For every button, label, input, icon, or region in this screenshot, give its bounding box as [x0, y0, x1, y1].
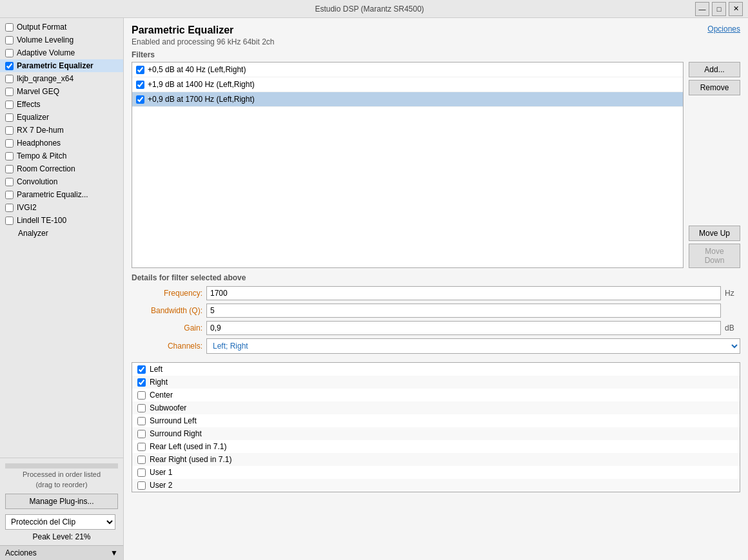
sidebar-item-checkbox-tempo-pitch[interactable]	[5, 152, 14, 160]
content-subtitle: Enabled and processing 96 kHz 64bit 2ch	[132, 37, 274, 46]
minimize-button[interactable]: —	[695, 2, 709, 16]
channel-item-surround-left[interactable]: Surround Left	[132, 414, 740, 427]
sidebar-hint: Processed in order listed (drag to reord…	[5, 470, 118, 490]
channels-select[interactable]: Left; Right	[206, 338, 740, 354]
sidebar-item-label-headphones: Headphones	[17, 139, 61, 148]
channel-label-left: Left	[150, 365, 162, 374]
sidebar-item-label-lkjb-qrange: lkjb_qrange_x64	[17, 74, 74, 83]
channel-checkbox-user1[interactable]	[137, 468, 146, 477]
channel-checkbox-rear-left[interactable]	[137, 443, 146, 451]
channel-label-surround-right: Surround Right	[150, 429, 202, 438]
sidebar-item-checkbox-lkjb-qrange[interactable]	[5, 75, 14, 83]
filter-label-f3: +0,9 dB at 1700 Hz (Left,Right)	[148, 95, 255, 104]
sidebar-item-label-convolution: Convolution	[17, 177, 57, 186]
gain-input[interactable]	[206, 321, 721, 335]
sidebar-item-label-lindell-te100: Lindell TE-100	[17, 216, 66, 225]
filters-buttons-wrap: Add... Remove Move Up Move Down	[689, 62, 740, 268]
details-section: Details for filter selected above Freque…	[124, 268, 748, 362]
sidebar-item-checkbox-convolution[interactable]	[5, 178, 14, 186]
filter-item-f3[interactable]: +0,9 dB at 1700 Hz (Left,Right)	[132, 92, 683, 107]
sidebar-item-lkjb-qrange[interactable]: lkjb_qrange_x64	[0, 72, 123, 85]
channel-checkbox-surround-left[interactable]	[137, 417, 146, 425]
sidebar-item-marvel-geq[interactable]: Marvel GEQ	[0, 85, 123, 98]
channels-dropdown: LeftRightCenterSubwooferSurround LeftSur…	[132, 362, 740, 492]
channel-item-rear-right[interactable]: Rear Right (used in 7.1)	[132, 453, 740, 466]
channel-checkbox-subwoofer[interactable]	[137, 404, 146, 412]
channel-item-user2[interactable]: User 2	[132, 479, 740, 492]
add-filter-button[interactable]: Add...	[689, 62, 740, 77]
sidebar-item-output-format[interactable]: Output Format	[0, 21, 123, 34]
frequency-row: Frequency: Hz	[132, 286, 740, 300]
sidebar-scrollbar[interactable]	[5, 463, 118, 468]
remove-filter-button[interactable]: Remove	[689, 80, 740, 95]
sidebar-item-headphones[interactable]: Headphones	[0, 137, 123, 150]
channel-item-rear-left[interactable]: Rear Left (used in 7.1)	[132, 440, 740, 453]
filter-checkbox-f1[interactable]	[136, 66, 144, 74]
sidebar-item-convolution[interactable]: Convolution	[0, 175, 123, 188]
sidebar-item-parametric-equalizer[interactable]: Parametric Equalizer	[0, 59, 123, 72]
channel-label-rear-left: Rear Left (used in 7.1)	[150, 442, 226, 451]
filter-item-f2[interactable]: +1,9 dB at 1400 Hz (Left,Right)	[132, 77, 683, 92]
channel-item-center[interactable]: Center	[132, 389, 740, 401]
manage-plugins-button[interactable]: Manage Plug-ins...	[5, 494, 118, 509]
sidebar-item-label-output-format: Output Format	[17, 23, 66, 32]
frequency-input[interactable]	[206, 286, 721, 300]
sidebar-item-ivgi2[interactable]: IVGI2	[0, 201, 123, 214]
channel-label-center: Center	[150, 391, 173, 400]
sidebar-item-label-parametric-equaliz2: Parametric Equaliz...	[17, 190, 88, 199]
sidebar-item-checkbox-parametric-equaliz2[interactable]	[5, 191, 14, 199]
sidebar-item-analyzer[interactable]: Analyzer	[0, 227, 123, 240]
sidebar-item-tempo-pitch[interactable]: Tempo & Pitch	[0, 150, 123, 162]
sidebar-item-checkbox-equalizer[interactable]	[5, 113, 14, 122]
acciones-bar[interactable]: Acciones ▼	[0, 545, 123, 560]
clip-protection-select[interactable]: Protección del ClipNoneSoftHard	[5, 514, 115, 530]
gain-label: Gain:	[132, 323, 202, 333]
channel-item-right[interactable]: Right	[132, 376, 740, 389]
clip-protection-row: Protección del ClipNoneSoftHard	[5, 514, 118, 530]
maximize-button[interactable]: □	[712, 2, 726, 16]
channel-item-surround-right[interactable]: Surround Right	[132, 427, 740, 440]
channel-checkbox-left[interactable]	[137, 365, 146, 374]
sidebar-item-checkbox-lindell-te100[interactable]	[5, 217, 14, 225]
sidebar-item-room-correction[interactable]: Room Correction	[0, 162, 123, 175]
filter-label-f1: +0,5 dB at 40 Hz (Left,Right)	[148, 65, 246, 74]
sidebar-item-parametric-equaliz2[interactable]: Parametric Equaliz...	[0, 188, 123, 201]
sidebar-item-lindell-te100[interactable]: Lindell TE-100	[0, 214, 123, 227]
sidebar-item-rx7-dehum[interactable]: RX 7 De-hum	[0, 124, 123, 137]
sidebar-item-checkbox-ivgi2[interactable]	[5, 204, 14, 212]
sidebar-item-checkbox-output-format[interactable]	[5, 23, 14, 32]
sidebar-item-checkbox-adaptive-volume[interactable]	[5, 49, 14, 57]
channel-checkbox-surround-right[interactable]	[137, 430, 146, 438]
sidebar-item-checkbox-room-correction[interactable]	[5, 165, 14, 173]
channel-checkbox-right[interactable]	[137, 378, 146, 387]
filter-item-f1[interactable]: +0,5 dB at 40 Hz (Left,Right)	[132, 63, 683, 77]
channel-checkbox-center[interactable]	[137, 391, 146, 400]
sidebar-item-checkbox-rx7-dehum[interactable]	[5, 126, 14, 135]
sidebar-item-checkbox-parametric-equalizer[interactable]	[5, 62, 14, 70]
channel-item-subwoofer[interactable]: Subwoofer	[132, 401, 740, 414]
sidebar-item-checkbox-effects[interactable]	[5, 101, 14, 109]
filter-label-f2: +1,9 dB at 1400 Hz (Left,Right)	[148, 80, 255, 89]
channel-checkbox-rear-right[interactable]	[137, 456, 146, 464]
sidebar-item-checkbox-marvel-geq[interactable]	[5, 88, 14, 96]
gain-row: Gain: dB	[132, 321, 740, 335]
acciones-icon: ▼	[110, 548, 118, 557]
channel-item-left[interactable]: Left	[132, 363, 740, 376]
bandwidth-input[interactable]	[206, 304, 721, 318]
move-up-button[interactable]: Move Up	[689, 226, 740, 241]
channel-item-user1[interactable]: User 1	[132, 466, 740, 479]
sidebar-item-equalizer[interactable]: Equalizer	[0, 111, 123, 124]
sidebar-item-checkbox-headphones[interactable]	[5, 139, 14, 148]
filter-checkbox-f3[interactable]	[136, 95, 144, 104]
channel-checkbox-user2[interactable]	[137, 481, 146, 490]
sidebar-item-effects[interactable]: Effects	[0, 98, 123, 111]
sidebar-item-adaptive-volume[interactable]: Adaptive Volume	[0, 46, 123, 59]
sidebar-item-label-equalizer: Equalizer	[17, 113, 49, 122]
sidebar-item-checkbox-volume-leveling[interactable]	[5, 36, 14, 44]
close-button[interactable]: ✕	[729, 2, 743, 16]
peak-level: Peak Level: 21%	[5, 532, 118, 541]
move-down-button[interactable]: Move Down	[689, 244, 740, 268]
opciones-link[interactable]: Opciones	[707, 24, 740, 34]
sidebar-item-volume-leveling[interactable]: Volume Leveling	[0, 34, 123, 46]
filter-checkbox-f2[interactable]	[136, 81, 144, 89]
